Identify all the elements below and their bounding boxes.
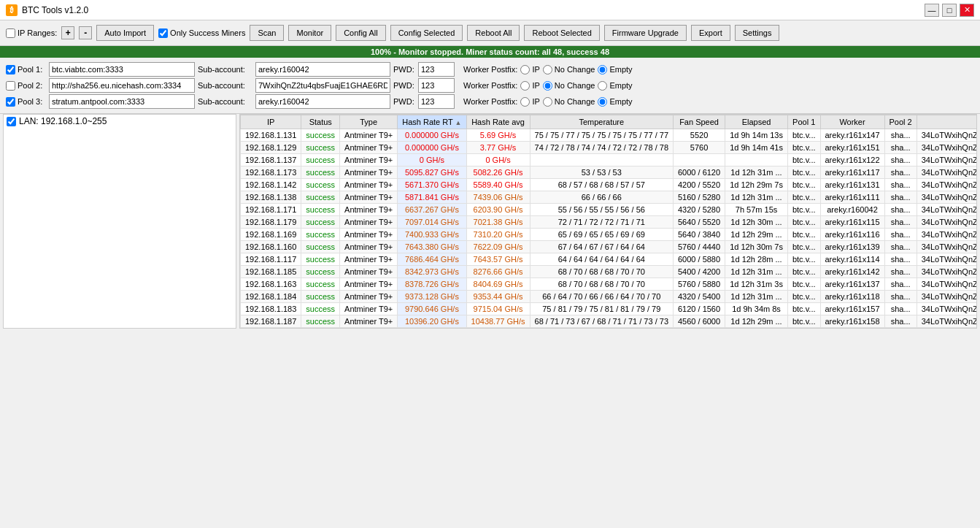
reboot-selected-button[interactable]: Reboot Selected	[524, 25, 599, 41]
cell-3: 0.000000 GH/s	[398, 142, 466, 154]
table-row[interactable]: 192.168.1.179successAntminer T9+7097.014…	[241, 216, 978, 229]
scan-button[interactable]: Scan	[250, 25, 284, 41]
config-selected-button[interactable]: Config Selected	[390, 25, 463, 41]
col-header-elapsed[interactable]: Elapsed	[725, 115, 788, 129]
window-controls[interactable]: — □ ✕	[925, 4, 974, 17]
col-header-pool-1[interactable]: Pool 1	[787, 115, 820, 129]
pool-2-url-input[interactable]	[49, 78, 195, 93]
pool-1-subaccount-input[interactable]	[255, 62, 390, 77]
pool-1-url-input[interactable]	[49, 62, 195, 77]
pool-3-subaccount-input[interactable]	[255, 94, 390, 109]
ip-ranges-label[interactable]: IP Ranges:	[6, 28, 57, 38]
cell-4: 7310.20 GH/s	[466, 229, 530, 241]
table-row[interactable]: 192.168.1.129successAntminer T9+0.000000…	[241, 142, 978, 154]
ip-remove-button[interactable]: -	[79, 26, 92, 39]
col-header-worker[interactable]: Worker	[917, 115, 977, 129]
pool-3-radio-empty[interactable]: Empty	[598, 97, 632, 107]
export-button[interactable]: Export	[691, 25, 730, 41]
table-row[interactable]: 192.168.1.184successAntminer T9+9373.128…	[241, 291, 978, 303]
pool-2-pwd-input[interactable]	[418, 78, 455, 93]
col-header-type[interactable]: Type	[340, 115, 398, 129]
cell-11: 34LoTWxihQnZ2tu4qbsFuajE1GHAE6RD19.r16-5…	[917, 315, 977, 328]
cell-10: sha...	[884, 241, 917, 253]
cell-5: 75 / 81 / 79 / 75 / 81 / 81 / 79 / 79	[530, 303, 673, 315]
maximize-button[interactable]: □	[942, 4, 957, 17]
pool-3-url-input[interactable]	[49, 94, 195, 109]
pool-2-radio-ip[interactable]: IP	[520, 81, 539, 91]
pool-1-radio-ip[interactable]: IP	[520, 65, 539, 74]
table-row[interactable]: 192.168.1.160successAntminer T9+7643.380…	[241, 241, 978, 253]
pool-3-checkbox-label[interactable]: Pool 3:	[6, 97, 46, 107]
table-row[interactable]: 192.168.1.171successAntminer T9+6637.267…	[241, 204, 978, 216]
pool-3-radio-ip[interactable]: IP	[520, 97, 539, 107]
only-success-label[interactable]: Only Success Miners	[158, 28, 245, 38]
col-header-worker[interactable]: Worker	[820, 115, 884, 129]
cell-8: btc.v...	[787, 179, 820, 191]
col-header-pool-2[interactable]: Pool 2	[884, 115, 917, 129]
cell-7	[725, 154, 788, 167]
table-row[interactable]: 192.168.1.163successAntminer T9+8378.726…	[241, 278, 978, 291]
table-row[interactable]: 192.168.1.183successAntminer T9+9790.646…	[241, 303, 978, 315]
pool-3-radio-nochange[interactable]: No Change	[543, 97, 595, 107]
cell-9: areky.r161x122	[820, 154, 884, 167]
cell-6: 5520	[674, 129, 725, 142]
miners-table-container[interactable]: IPStatusTypeHash Rate RT ▲Hash Rate avgT…	[239, 114, 977, 329]
pool-2-radio-empty[interactable]: Empty	[598, 81, 632, 91]
cell-5: 68 / 71 / 73 / 67 / 68 / 71 / 71 / 73 / …	[530, 315, 673, 328]
firmware-upgrade-button[interactable]: Firmware Upgrade	[604, 25, 687, 41]
cell-6	[674, 154, 725, 167]
minimize-button[interactable]: —	[925, 4, 939, 17]
monitor-button[interactable]: Monitor	[288, 25, 331, 41]
pool-2-checkbox-label[interactable]: Pool 2:	[6, 81, 46, 91]
lan-item[interactable]: LAN: 192.168.1.0~255	[4, 115, 236, 128]
only-success-checkbox[interactable]	[158, 28, 168, 38]
ip-ranges-checkbox[interactable]	[6, 28, 15, 38]
pool-1-checkbox-label[interactable]: Pool 1:	[6, 65, 46, 74]
lan-checkbox[interactable]	[7, 117, 16, 126]
table-row[interactable]: 192.168.1.169successAntminer T9+7400.933…	[241, 229, 978, 241]
pool-1-radio-empty[interactable]: Empty	[598, 65, 632, 74]
col-header-ip[interactable]: IP	[241, 115, 301, 129]
cell-3: 9790.646 GH/s	[398, 303, 466, 315]
settings-button[interactable]: Settings	[735, 25, 780, 41]
auto-import-button[interactable]: Auto Import	[96, 25, 154, 41]
pool-3-checkbox[interactable]	[6, 97, 15, 107]
cell-6: 6000 / 6120	[674, 167, 725, 179]
col-header-status[interactable]: Status	[301, 115, 340, 129]
app-title: BTC Tools v1.2.0	[22, 5, 88, 15]
table-row[interactable]: 192.168.1.173successAntminer T9+5095.827…	[241, 167, 978, 179]
pool-1-pwd-input[interactable]	[418, 62, 455, 77]
cell-0: 192.168.1.173	[241, 167, 301, 179]
table-row[interactable]: 192.168.1.138successAntminer T9+5871.841…	[241, 191, 978, 204]
col-header-hash-rate-rt[interactable]: Hash Rate RT ▲	[398, 115, 466, 129]
pool-3-pwd-input[interactable]	[418, 94, 455, 109]
col-header-hash-rate-avg[interactable]: Hash Rate avg	[466, 115, 530, 129]
table-row[interactable]: 192.168.1.187successAntminer T9+10396.20…	[241, 315, 978, 328]
ip-add-button[interactable]: +	[61, 26, 74, 39]
cell-11: 34LoTWxihQnZ2tu4qbsFuajE1GHAE6RD19.r16-2…	[917, 303, 977, 315]
cell-5: 74 / 72 / 78 / 74 / 74 / 72 / 72 / 78 / …	[530, 142, 673, 154]
cell-3: 6637.267 GH/s	[398, 204, 466, 216]
table-row[interactable]: 192.168.1.137successAntminer T9+0 GH/s0 …	[241, 154, 978, 167]
cell-10: sha...	[884, 191, 917, 204]
cell-3: 7400.933 GH/s	[398, 229, 466, 241]
table-row[interactable]: 192.168.1.117successAntminer T9+7686.464…	[241, 253, 978, 266]
cell-11: 34LoTWxihQnZ2tu4qbsFuajE1GHAE6RD19.r16-4…	[917, 291, 977, 303]
cell-6: 4320 / 5400	[674, 291, 725, 303]
reboot-all-button[interactable]: Reboot All	[467, 25, 520, 41]
pool-2-checkbox[interactable]	[6, 81, 15, 91]
table-row[interactable]: 192.168.1.142successAntminer T9+5671.370…	[241, 179, 978, 191]
pool-1-radio-nochange[interactable]: No Change	[543, 65, 595, 74]
col-header-temperature[interactable]: Temperature	[530, 115, 673, 129]
table-row[interactable]: 192.168.1.131successAntminer T9+0.000000…	[241, 129, 978, 142]
cell-8: btc.v...	[787, 191, 820, 204]
pool-1-checkbox[interactable]	[6, 65, 15, 74]
pool-2-subaccount-input[interactable]	[255, 78, 390, 93]
pool-2-radio-nochange[interactable]: No Change	[543, 81, 595, 91]
cell-0: 192.168.1.117	[241, 253, 301, 266]
close-button[interactable]: ✕	[960, 4, 974, 17]
col-header-fan-speed[interactable]: Fan Speed	[674, 115, 725, 129]
table-row[interactable]: 192.168.1.185successAntminer T9+8342.973…	[241, 266, 978, 278]
config-all-button[interactable]: Config All	[336, 25, 385, 41]
cell-2: Antminer T9+	[340, 315, 398, 328]
